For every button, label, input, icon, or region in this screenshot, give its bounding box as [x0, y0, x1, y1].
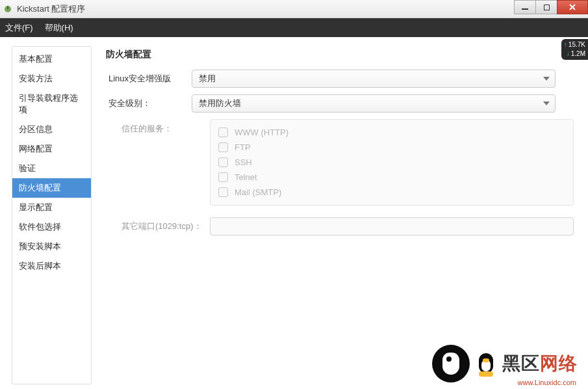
row-other-ports: 其它端口(1029:tcp)： — [106, 217, 574, 235]
window-controls — [515, 0, 588, 14]
sidebar-item-postscript[interactable]: 安装后脚本 — [12, 256, 91, 276]
selinux-label: Linux安全增强版 — [106, 73, 192, 85]
sidebar-item-label: 安装方法 — [19, 74, 53, 83]
content-area: 基本配置 安装方法 引导装载程序选项 分区信息 网络配置 验证 防火墙配置 显示… — [0, 37, 588, 389]
svg-rect-1 — [7, 6, 8, 9]
other-ports-input — [210, 217, 574, 235]
service-label: Telnet — [235, 172, 257, 182]
sidebar-item-display[interactable]: 显示配置 — [12, 198, 91, 217]
watermark-text: 黑区网络 — [502, 351, 578, 376]
security-level-select[interactable]: 禁用防火墙 — [192, 94, 556, 113]
checkbox-http — [218, 127, 228, 137]
sidebar-item-label: 基本配置 — [19, 54, 53, 64]
watermark-logo-icon — [432, 345, 470, 382]
chevron-down-icon — [543, 101, 550, 105]
security-level-label: 安全级别： — [106, 98, 192, 109]
tux-icon — [475, 351, 497, 377]
trusted-services-box: WWW (HTTP) FTP SSH Telnet Mail (SMTP) — [210, 119, 574, 206]
maximize-button[interactable] — [535, 0, 557, 14]
main-panel: 防火墙配置 Linux安全增强版 禁用 安全级别： 禁用防火墙 信任的服务： W… — [92, 46, 588, 389]
chevron-down-icon — [543, 77, 550, 81]
sidebar-item-label: 防火墙配置 — [19, 183, 61, 193]
row-selinux: Linux安全增强版 禁用 — [106, 70, 574, 88]
menubar: 文件(F) 帮助(H) — [0, 18, 588, 37]
sidebar-item-label: 网络配置 — [19, 144, 53, 154]
service-row-ftp: FTP — [218, 140, 565, 155]
close-button[interactable] — [557, 0, 588, 14]
security-level-value: 禁用防火墙 — [199, 98, 241, 109]
sidebar-item-label: 验证 — [19, 163, 36, 173]
service-label: FTP — [235, 142, 251, 152]
watermark-url: www.Linuxidc.com — [518, 379, 576, 386]
sidebar-item-firewall[interactable]: 防火墙配置 — [12, 178, 91, 198]
sidebar-item-packages[interactable]: 软件包选择 — [12, 217, 91, 237]
other-ports-label: 其它端口(1029:tcp)： — [106, 221, 210, 232]
sidebar-item-label: 软件包选择 — [19, 222, 61, 232]
sidebar-item-prescript[interactable]: 预安装脚本 — [12, 237, 91, 256]
menu-file[interactable]: 文件(F) — [5, 22, 33, 34]
sidebar-item-install[interactable]: 安装方法 — [12, 69, 91, 88]
checkbox-ssh — [218, 157, 228, 167]
titlebar: Kickstart 配置程序 — [0, 0, 588, 18]
selinux-value: 禁用 — [199, 73, 216, 85]
sidebar-item-basic[interactable]: 基本配置 — [12, 49, 91, 69]
selinux-select[interactable]: 禁用 — [192, 70, 556, 88]
sidebar-item-partition[interactable]: 分区信息 — [12, 120, 91, 139]
sidebar-item-label: 分区信息 — [19, 124, 53, 134]
sidebar-item-auth[interactable]: 验证 — [12, 159, 91, 178]
minimize-button[interactable] — [514, 0, 536, 14]
service-row-ssh: SSH — [218, 155, 565, 170]
service-row-telnet: Telnet — [218, 170, 565, 185]
sidebar-item-label: 显示配置 — [19, 202, 53, 212]
trusted-services-label: 信任的服务： — [106, 119, 192, 135]
checkbox-ftp — [218, 142, 228, 152]
section-title: 防火墙配置 — [106, 49, 574, 60]
row-security-level: 安全级别： 禁用防火墙 — [106, 94, 574, 113]
checkbox-smtp — [218, 187, 228, 197]
service-label: Mail (SMTP) — [235, 187, 281, 197]
sidebar-item-network[interactable]: 网络配置 — [12, 139, 91, 159]
window-title: Kickstart 配置程序 — [17, 3, 85, 15]
download-speed: 1.2M — [564, 49, 585, 59]
watermark: 黑区网络 — [432, 345, 578, 382]
sidebar: 基本配置 安装方法 引导装载程序选项 分区信息 网络配置 验证 防火墙配置 显示… — [12, 46, 92, 384]
checkbox-telnet — [218, 172, 228, 182]
sidebar-item-label: 安装后脚本 — [19, 261, 61, 271]
menu-help[interactable]: 帮助(H) — [45, 22, 73, 34]
upload-speed: 15.7K — [564, 40, 585, 49]
network-speed-badge: 15.7K 1.2M — [561, 39, 588, 60]
service-label: WWW (HTTP) — [235, 127, 288, 137]
sidebar-item-label: 引导装载程序选项 — [19, 93, 78, 114]
service-row-http: WWW (HTTP) — [218, 125, 565, 140]
service-row-smtp: Mail (SMTP) — [218, 185, 565, 200]
app-icon — [3, 4, 13, 14]
sidebar-item-bootloader[interactable]: 引导装载程序选项 — [12, 88, 91, 120]
sidebar-item-label: 预安装脚本 — [19, 241, 61, 251]
service-label: SSH — [235, 157, 252, 167]
